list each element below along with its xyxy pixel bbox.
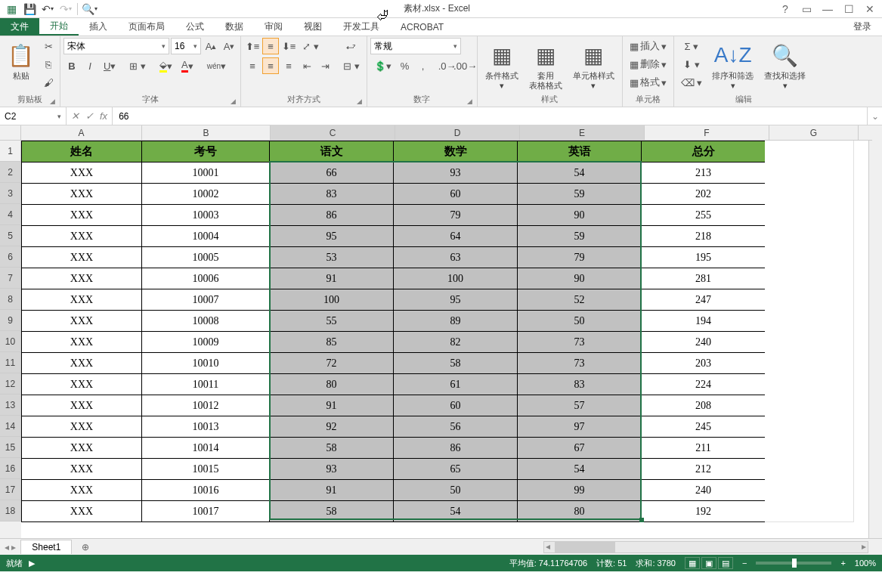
cell[interactable]: 95 [269, 225, 394, 247]
cell[interactable]: 英语 [517, 141, 642, 162]
cell[interactable]: 100 [393, 268, 518, 289]
cell[interactable]: 245 [641, 416, 766, 438]
cell[interactable]: 10007 [141, 289, 270, 311]
cell[interactable]: XXX [21, 162, 142, 184]
tab-home[interactable]: 开始 [39, 18, 79, 36]
cell[interactable] [765, 416, 854, 438]
cell[interactable] [765, 183, 854, 205]
print-preview-button[interactable]: 🔍▾ [81, 2, 97, 17]
cut-button[interactable]: ✂ [40, 38, 57, 54]
cell[interactable]: 91 [269, 268, 394, 289]
merge-button[interactable]: ⊟ ▾ [339, 57, 364, 74]
cell[interactable]: 10005 [141, 246, 270, 268]
macro-record-icon[interactable]: ▶ [29, 559, 35, 568]
cell[interactable]: 53 [269, 246, 394, 268]
column-header[interactable]: E [520, 125, 645, 141]
autosum-button[interactable]: Σ ▾ [677, 38, 707, 54]
ribbon-options-button[interactable]: ▭ [797, 2, 815, 17]
cell[interactable]: 240 [641, 331, 766, 353]
wrap-text-button[interactable]: ⮐ [339, 38, 364, 54]
cell[interactable]: 52 [517, 289, 642, 311]
cell[interactable]: 100 [269, 289, 394, 311]
row-header[interactable]: 5 [0, 225, 21, 246]
row-header[interactable]: 3 [0, 183, 21, 204]
align-left-button[interactable]: ≡ [244, 57, 261, 74]
cell[interactable]: 54 [393, 500, 518, 522]
minimize-button[interactable]: — [819, 2, 837, 17]
cell[interactable]: XXX [21, 225, 142, 247]
row-header[interactable]: 1 [0, 141, 21, 162]
cell[interactable]: XXX [21, 289, 142, 311]
launcher-icon[interactable]: ◢ [467, 97, 472, 105]
cell[interactable]: 55 [269, 310, 394, 332]
cell[interactable]: 60 [393, 183, 518, 205]
cell[interactable]: XXX [21, 437, 142, 459]
tab-insert[interactable]: 插入 [79, 18, 118, 36]
cell[interactable]: 255 [641, 204, 766, 226]
cell[interactable]: 99 [517, 479, 642, 501]
align-center-button[interactable]: ≡ [262, 57, 279, 74]
row-header[interactable]: 10 [0, 331, 21, 352]
cell[interactable]: 79 [517, 246, 642, 268]
row-header[interactable]: 18 [0, 500, 21, 521]
cell[interactable] [765, 289, 854, 311]
cell[interactable]: 86 [393, 437, 518, 459]
tab-formulas[interactable]: 公式 [175, 18, 215, 36]
zoom-out-button[interactable]: − [742, 559, 747, 568]
column-header[interactable]: B [142, 125, 271, 141]
table-format-button[interactable]: ▦ 套用 表格格式 [525, 38, 567, 92]
phonetic-button[interactable]: wén ▾ [203, 57, 230, 74]
clear-button[interactable]: ⌫ ▾ [677, 74, 707, 91]
cell[interactable]: 10009 [141, 331, 270, 353]
cell[interactable]: 224 [641, 373, 766, 395]
underline-button[interactable]: U ▾ [100, 57, 119, 74]
help-button[interactable]: ? [776, 2, 794, 17]
cell[interactable]: 203 [641, 352, 766, 374]
select-all-corner[interactable] [0, 125, 21, 141]
row-header[interactable]: 15 [0, 437, 21, 458]
cell[interactable]: 79 [393, 204, 518, 226]
row-header[interactable]: 13 [0, 395, 21, 416]
format-cells-button[interactable]: ▦ 格式 ▾ [626, 74, 670, 91]
cell[interactable]: 10014 [141, 437, 270, 459]
fx-icon[interactable]: fx [100, 110, 107, 122]
row-header[interactable]: 7 [0, 268, 21, 289]
cell[interactable]: 89 [393, 310, 518, 332]
vertical-scrollbar[interactable] [868, 141, 882, 538]
undo-button[interactable]: ↶▾ [39, 2, 56, 17]
cell[interactable]: 93 [393, 162, 518, 184]
tab-acrobat[interactable]: ACROBAT [390, 18, 454, 36]
close-button[interactable]: ✕ [861, 2, 879, 17]
cell[interactable]: 83 [517, 373, 642, 395]
cancel-icon[interactable]: ✕ [71, 110, 79, 122]
cell[interactable] [765, 331, 854, 353]
cell[interactable]: 67 [517, 437, 642, 459]
cell[interactable]: 10017 [141, 500, 270, 522]
cell[interactable]: 93 [269, 458, 394, 480]
align-bottom-button[interactable]: ⬇≡ [280, 38, 297, 54]
increase-font-button[interactable]: A▴ [203, 38, 219, 54]
cell[interactable] [765, 225, 854, 247]
cell[interactable]: 90 [517, 204, 642, 226]
cell[interactable]: 211 [641, 437, 766, 459]
cell[interactable]: 10011 [141, 373, 270, 395]
cell[interactable]: 86 [269, 204, 394, 226]
cell[interactable]: 73 [517, 352, 642, 374]
launcher-icon[interactable]: ◢ [50, 97, 55, 105]
cell[interactable]: 10003 [141, 204, 270, 226]
cell[interactable]: 语文 [269, 141, 394, 162]
cell[interactable]: 80 [517, 500, 642, 522]
normal-view-button[interactable]: ▦ [685, 557, 700, 569]
cell[interactable] [765, 352, 854, 374]
row-header[interactable]: 12 [0, 373, 21, 395]
font-color-button[interactable]: A ▾ [178, 57, 197, 74]
cells-area[interactable]: 姓名考号语文数学英语总分XXX10001669354213XXX10002836… [21, 141, 868, 538]
cell[interactable]: 66 [269, 162, 394, 184]
cell[interactable]: 58 [269, 437, 394, 459]
cell[interactable]: 10013 [141, 416, 270, 438]
decrease-indent-button[interactable]: ⇤ [299, 57, 315, 74]
cell[interactable]: 218 [641, 225, 766, 247]
cell[interactable]: XXX [21, 500, 142, 522]
cell[interactable]: XXX [21, 352, 142, 374]
bold-button[interactable]: B [63, 57, 80, 74]
